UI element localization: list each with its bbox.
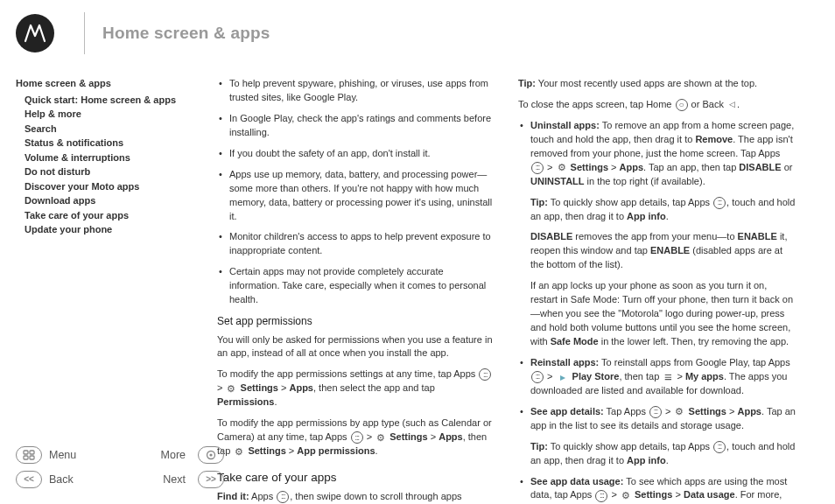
- paragraph: You will only be asked for permissions w…: [217, 333, 495, 361]
- back-button[interactable]: <<: [16, 471, 42, 488]
- main-content: To help prevent spyware, phishing, or vi…: [217, 63, 835, 504]
- svg-rect-1: [30, 451, 34, 454]
- apps-icon: [649, 406, 662, 418]
- svg-rect-2: [24, 456, 28, 459]
- menu-button[interactable]: [16, 446, 42, 464]
- svg-point-5: [209, 453, 212, 456]
- paragraph-tip: Tip: Your most recently used apps are sh…: [518, 77, 796, 91]
- column-left: To help prevent spyware, phishing, or vi…: [217, 77, 495, 504]
- gear-icon: [674, 407, 684, 417]
- bullet: To help prevent spyware, phishing, or vi…: [217, 77, 495, 105]
- toc-item[interactable]: Take care of your apps: [25, 208, 217, 223]
- apps-icon: [713, 197, 726, 209]
- svg-rect-3: [30, 456, 34, 459]
- subheading-set-permissions: Set app permissions: [217, 314, 495, 329]
- back-icon: [726, 100, 736, 109]
- nav-controls: Menu More << Back Next >>: [16, 446, 224, 488]
- home-icon: [676, 99, 688, 111]
- toc-root[interactable]: Home screen & apps: [16, 77, 217, 91]
- section-heading-take-care: Take care of your apps: [217, 469, 495, 486]
- gear-icon: [621, 491, 631, 501]
- apps-icon: [595, 490, 607, 502]
- apps-icon: [713, 441, 726, 453]
- page-title: Home screen & apps: [102, 21, 270, 46]
- toc-item[interactable]: Volume & interruptions: [25, 150, 217, 165]
- toc-item[interactable]: Help & more: [25, 107, 217, 122]
- menu-label: Menu: [49, 447, 154, 463]
- play-icon: [557, 371, 569, 383]
- svg-rect-0: [24, 451, 28, 454]
- paragraph: To modify the app permissions settings a…: [217, 368, 495, 410]
- toc-item[interactable]: Search: [25, 122, 217, 136]
- column-right: Tip: Your most recently used apps are sh…: [518, 77, 796, 504]
- apps-icon: [531, 371, 544, 383]
- bullet-reinstall: Reinstall apps: To reinstall apps from G…: [518, 356, 796, 398]
- gear-icon: [234, 446, 244, 457]
- back-label: Back: [49, 472, 154, 487]
- toc-item[interactable]: Do not disturb: [25, 164, 217, 179]
- toc-item[interactable]: Quick start: Home screen & apps: [25, 93, 217, 108]
- bullet-uninstall: Uninstall apps: To remove an app from a …: [518, 119, 796, 349]
- apps-icon: [531, 162, 544, 174]
- header: Home screen & apps: [0, 0, 835, 63]
- apps-icon: [479, 368, 491, 381]
- menu-icon: [663, 371, 673, 383]
- paragraph: To close the apps screen, tap Home or Ba…: [518, 98, 796, 112]
- apps-icon: [277, 491, 289, 503]
- toc-item[interactable]: Status & notifications: [25, 136, 217, 150]
- bullet-details: See app details: Tap Apps > Settings > A…: [518, 405, 796, 468]
- paragraph-find-it: Find it: Apps , then swipe down to scrol…: [217, 490, 495, 504]
- bullet-data-usage: See app data usage: To see which apps ar…: [518, 475, 796, 503]
- motorola-logo: [16, 14, 54, 52]
- next-button[interactable]: >>: [198, 471, 224, 488]
- toc-item[interactable]: Download apps: [25, 193, 217, 208]
- toc-item[interactable]: Update your phone: [25, 222, 217, 237]
- apps-icon: [351, 431, 363, 444]
- gear-icon: [375, 432, 386, 443]
- gear-icon: [226, 383, 236, 394]
- header-divider: [84, 12, 85, 54]
- paragraph: To modify the app permissions by app typ…: [217, 416, 495, 458]
- bullet: Certain apps may not provide completely …: [217, 265, 495, 307]
- bullet: Monitor children's access to apps to hel…: [217, 230, 495, 258]
- bullet: Apps use up memory, data, battery, and p…: [217, 168, 495, 224]
- next-label: Next: [161, 472, 191, 487]
- more-label: More: [161, 447, 191, 463]
- gear-icon: [557, 163, 567, 173]
- toc-item[interactable]: Discover your Moto apps: [25, 179, 217, 194]
- motorola-icon: [22, 20, 48, 46]
- sidebar-toc: Home screen & apps Quick start: Home scr…: [16, 63, 217, 504]
- more-button[interactable]: [198, 446, 224, 464]
- bullet: In Google Play, check the app's ratings …: [217, 112, 495, 140]
- bullet: If you doubt the safety of an app, don't…: [217, 147, 495, 161]
